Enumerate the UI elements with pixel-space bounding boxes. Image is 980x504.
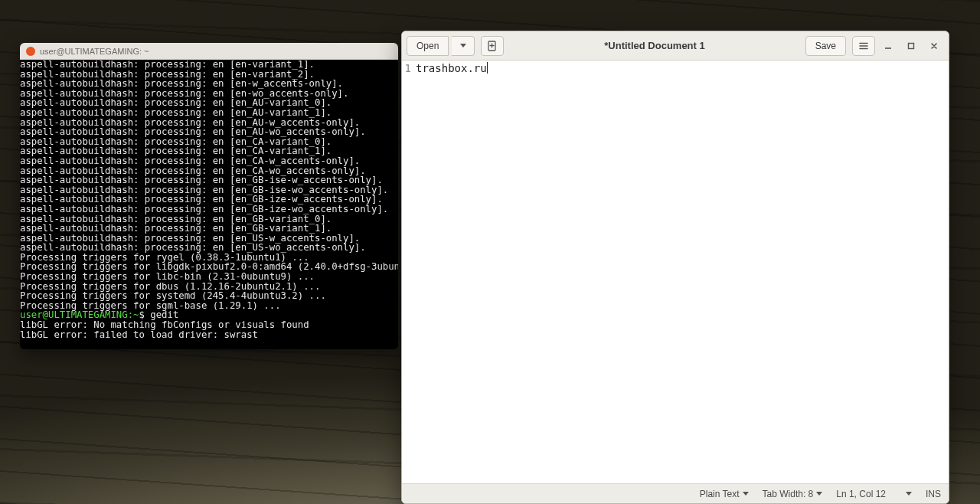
- insert-mode-label: INS: [926, 489, 941, 499]
- chevron-down-icon: [460, 44, 466, 47]
- ubuntu-icon: [26, 47, 35, 56]
- terminal-titlebar[interactable]: user@ULTIMATEGAMING: ~: [20, 43, 398, 60]
- tab-width-selector[interactable]: Tab Width: 8: [763, 489, 823, 499]
- line-number: 1: [405, 62, 411, 74]
- hamburger-menu-button[interactable]: [852, 36, 875, 56]
- chevron-down-icon: [816, 492, 822, 496]
- gedit-window: Open *Untitled Document 1 Save: [401, 31, 949, 504]
- maximize-icon: [906, 41, 916, 51]
- text-cursor: [487, 62, 488, 74]
- chevron-down-icon: [906, 492, 912, 496]
- document-title: *Untitled Document 1: [507, 40, 802, 51]
- terminal-window: user@ULTIMATEGAMING: ~ aspell-autobuildh…: [20, 43, 398, 349]
- new-document-icon: [486, 40, 498, 52]
- open-button-label: Open: [416, 41, 439, 51]
- minimize-button[interactable]: [878, 36, 898, 56]
- svg-rect-1: [909, 43, 914, 48]
- open-recent-dropdown[interactable]: [452, 36, 475, 56]
- tab-width-label: Tab Width: 8: [763, 489, 814, 499]
- insert-mode[interactable]: INS: [926, 489, 941, 499]
- cursor-position-label: Ln 1, Col 12: [836, 489, 886, 499]
- terminal-error: libGL error: failed to load driver: swra…: [20, 329, 258, 340]
- syntax-label: Plain Text: [700, 489, 740, 499]
- editor-area[interactable]: 1 trashbox.ru: [402, 61, 949, 483]
- close-button[interactable]: [924, 36, 944, 56]
- gedit-headerbar: Open *Untitled Document 1 Save: [402, 31, 949, 61]
- open-button[interactable]: Open: [407, 36, 449, 56]
- syntax-selector[interactable]: Plain Text: [700, 489, 749, 499]
- line-text: trashbox.ru: [416, 62, 487, 74]
- maximize-button[interactable]: [901, 36, 921, 56]
- hamburger-icon: [858, 41, 869, 51]
- minimize-icon: [884, 41, 893, 51]
- terminal-output[interactable]: aspell-autobuildhash: processing: en [en…: [20, 60, 398, 349]
- status-bar: Plain Text Tab Width: 8 Ln 1, Col 12 INS: [402, 483, 949, 503]
- close-icon: [929, 41, 939, 51]
- save-button-label: Save: [815, 41, 836, 51]
- text-content[interactable]: trashbox.ru: [413, 61, 949, 483]
- cursor-position[interactable]: Ln 1, Col 12: [836, 489, 912, 499]
- save-button[interactable]: Save: [805, 36, 846, 56]
- new-tab-button[interactable]: [481, 36, 504, 56]
- terminal-title: user@ULTIMATEGAMING: ~: [40, 47, 149, 56]
- chevron-down-icon: [743, 492, 749, 496]
- line-number-gutter: 1: [402, 61, 413, 483]
